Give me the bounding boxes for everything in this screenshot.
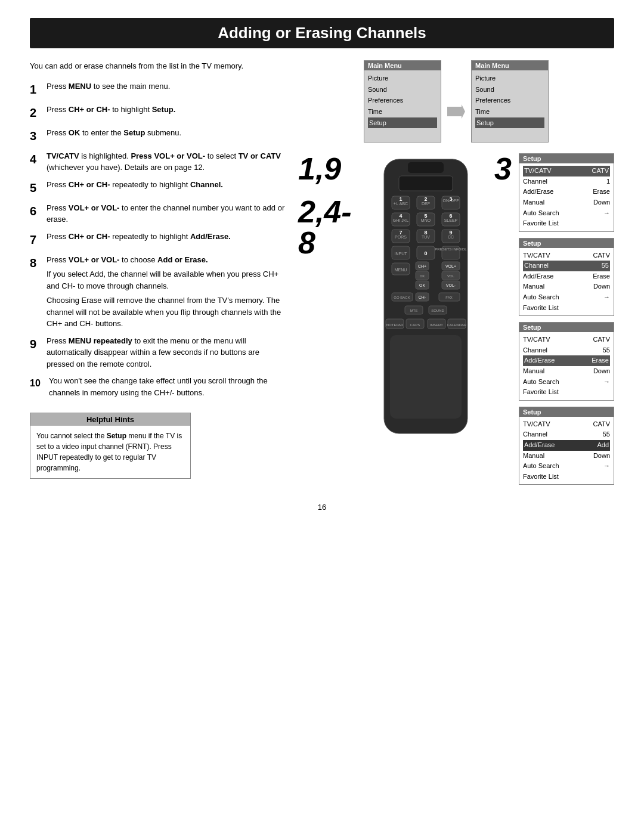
svg-text:CH-: CH- (419, 295, 426, 299)
svg-text:SLEEP: SLEEP (444, 218, 458, 222)
mm2-time: Time (475, 106, 544, 117)
step-num-7: 7 (30, 231, 47, 249)
svg-text:CALENDAR: CALENDAR (447, 323, 467, 327)
main-menu-title-2: Main Menu (472, 61, 548, 70)
setup-m4-favlist: Favorite List (523, 472, 610, 482)
svg-text:CC: CC (448, 235, 454, 239)
svg-text:MTS: MTS (410, 309, 418, 312)
step-text-4: TV/CATV is highlighted. Press VOL+ or VO… (47, 150, 286, 174)
step-num-3: 3 (30, 127, 47, 145)
setup-m1-adderase: Add/EraseErase (523, 187, 610, 197)
step-text-10: You won't see the change take effect unt… (49, 375, 286, 398)
step-1: 1 Press MENU to see the main menu. (30, 80, 286, 98)
step-num-8: 8 (30, 254, 47, 272)
arrow-right-1 (447, 60, 465, 145)
setup-m3-tvcatv: TV/CATVCATV (523, 335, 610, 345)
step-8: 8 Press VOL+ or VOL- to choose Add or Er… (30, 254, 286, 330)
mm2-setup: Setup (475, 117, 544, 129)
remote-control: +/- ABC DEF ON-OFF 1 2 3 GHI JKL MNO (375, 153, 487, 453)
right-column: Main Menu Picture Sound Preferences Time… (298, 60, 614, 485)
svg-text:FAX: FAX (446, 296, 453, 299)
main-menu-title-1: Main Menu (364, 61, 441, 70)
svg-text:6: 6 (450, 213, 453, 219)
mm2-sound: Sound (475, 84, 544, 95)
svg-text:1: 1 (400, 196, 402, 202)
step-num-9: 9 (30, 335, 47, 353)
step-text-3: Press OK to enter the Setup submenu. (47, 127, 181, 139)
step-text-8: Press VOL+ or VOL- to choose Add or Eras… (47, 255, 208, 264)
svg-text:8: 8 (425, 230, 428, 236)
step-10: 10 You won't see the change take effect … (30, 375, 286, 398)
svg-text:GO BACK: GO BACK (394, 296, 410, 299)
svg-text:2: 2 (425, 196, 428, 202)
svg-text:OK: OK (420, 274, 425, 278)
mm1-sound: Sound (368, 84, 437, 95)
setup-menu-3: Setup TV/CATVCATV Channel55 Add/EraseEra… (519, 322, 614, 401)
svg-text:+/-  ABC: +/- ABC (394, 202, 408, 206)
setup-m2-channel: Channel55 (523, 261, 610, 271)
step-text-1: Press MENU to see the main menu. (47, 80, 170, 92)
top-menus: Main Menu Picture Sound Preferences Time… (364, 60, 549, 145)
setup-menu-2-title: Setup (519, 239, 614, 248)
mm2-preferences: Preferences (475, 95, 544, 106)
svg-text:INSERT: INSERT (430, 323, 443, 327)
svg-text:NOTEPAD: NOTEPAD (386, 323, 404, 327)
setup-m2-manual: ManualDown (523, 281, 610, 292)
setup-m1-favlist: Favorite List (523, 218, 610, 229)
svg-text:PORS: PORS (395, 235, 407, 239)
svg-text:INPUT: INPUT (395, 252, 408, 256)
setup-m1-manual: ManualDown (523, 197, 610, 208)
step-text-9: Press MENU repeatedly to exit the menu o… (47, 335, 286, 370)
svg-text:VOL+: VOL+ (445, 264, 456, 268)
setup-m2-tvcatv: TV/CATVCATV (523, 250, 610, 261)
setup-m2-autosearch: Auto Search→ (523, 292, 610, 303)
setup-menu-1-title: Setup (519, 154, 614, 163)
step-5: 5 Press CH+ or CH- repeatedly to highlig… (30, 179, 286, 197)
step-text-7: Press CH+ or CH- repeatedly to highlight… (47, 231, 231, 243)
svg-text:5: 5 (425, 213, 428, 219)
main-menu-body-2: Picture Sound Preferences Time Setup (472, 70, 548, 142)
main-menu-box-2: Main Menu Picture Sound Preferences Time… (471, 60, 549, 143)
setup-m3-favlist: Favorite List (523, 387, 610, 398)
svg-text:3: 3 (450, 196, 453, 202)
page-number: 16 (30, 503, 614, 512)
setup-menu-4-body: TV/CATVCATV Channel55 Add/EraseAdd Manua… (519, 417, 614, 485)
setup-menu-2: Setup TV/CATVCATV Channel55 Add/EraseEra… (519, 238, 614, 317)
remote-and-menus: 1,9 2,4-8 +/- ABC (298, 147, 614, 485)
mm2-picture: Picture (475, 73, 544, 84)
mm1-setup: Setup (368, 117, 437, 129)
svg-rect-2 (408, 162, 444, 173)
svg-text:9: 9 (450, 230, 453, 236)
svg-text:7: 7 (400, 230, 402, 236)
step-sub-8b: Choosing Erase will remove the channel f… (47, 295, 286, 330)
svg-text:TUV: TUV (422, 235, 430, 239)
mm1-preferences: Preferences (368, 95, 437, 106)
svg-text:MENU: MENU (395, 268, 407, 272)
setup-m4-tvcatv: TV/CATVCATV (523, 419, 610, 430)
mm2-blank (475, 128, 544, 140)
svg-text:VOL: VOL (447, 274, 455, 278)
content-area: You can add or erase channels from the l… (30, 60, 614, 485)
step-num-1: 1 (30, 80, 47, 98)
step-sub-8a: If you select Add, the channel will be a… (47, 268, 286, 292)
step-text-2: Press CH+ or CH- to highlight Setup. (47, 104, 175, 116)
step-3: 3 Press OK to enter the Setup submenu. (30, 127, 286, 145)
svg-rect-69 (390, 335, 462, 419)
setup-m4-channel: Channel55 (523, 429, 610, 440)
step-9: 9 Press MENU repeatedly to exit the menu… (30, 335, 286, 370)
svg-marker-0 (447, 104, 465, 119)
setup-menu-3-body: TV/CATVCATV Channel55 Add/EraseErase Man… (519, 332, 614, 400)
setup-m1-channel: Channel1 (523, 176, 610, 187)
step-6: 6 Press VOL+ or VOL- to enter the channe… (30, 202, 286, 225)
setup-m3-manual: ManualDown (523, 366, 610, 377)
setup-m2-adderase: Add/EraseErase (523, 271, 610, 282)
setup-m3-channel: Channel55 (523, 345, 610, 356)
setup-menu-3-title: Setup (519, 323, 614, 332)
setup-m1-tvcatv: TV/CATVCATV (523, 166, 610, 176)
svg-text:0: 0 (425, 250, 428, 256)
mm1-time: Time (368, 106, 437, 117)
step-num-2: 2 (30, 104, 47, 122)
step-text-5: Press CH+ or CH- repeatedly to highlight… (47, 179, 223, 191)
step-4: 4 TV/CATV is highlighted. Press VOL+ or … (30, 150, 286, 174)
step-7: 7 Press CH+ or CH- repeatedly to highlig… (30, 231, 286, 249)
